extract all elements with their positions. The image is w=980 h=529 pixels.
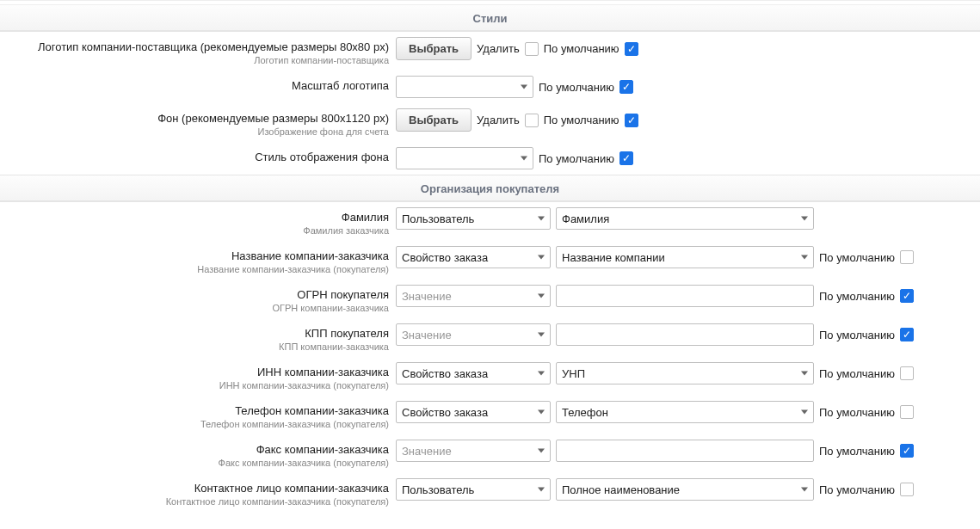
label-bg-style: Стиль отображения фона <box>0 151 389 163</box>
inn-value-select[interactable]: УНП <box>556 362 814 384</box>
fax-default-checkbox[interactable] <box>900 444 914 458</box>
company-default-checkbox[interactable] <box>900 250 914 264</box>
logo-file-checkbox[interactable] <box>525 42 539 56</box>
default-label: По умолчанию <box>819 445 895 458</box>
kpp-value-input[interactable] <box>556 323 814 346</box>
default-label: По умолчанию <box>819 251 895 264</box>
contact-default-checkbox[interactable] <box>900 483 914 496</box>
sublabel-lastname: Фамилия заказчика <box>0 225 389 236</box>
sublabel-kpp: КПП компании-заказчика <box>0 341 389 352</box>
default-label: По умолчанию <box>544 114 619 126</box>
row-ogrn: ОГРН покупателя ОГРН компании-заказчика … <box>0 280 980 318</box>
kpp-default-checkbox[interactable] <box>900 328 914 341</box>
row-logo-scale: Масштаб логотипа По умолчанию <box>0 71 980 103</box>
label-ogrn: ОГРН покупателя <box>0 288 389 301</box>
label-contact: Контактное лицо компании-заказчика <box>0 482 389 495</box>
default-label: По умолчанию <box>539 152 614 165</box>
default-label: По умолчанию <box>539 81 614 94</box>
bg-file-checkbox[interactable] <box>525 114 539 127</box>
lastname-source-select[interactable]: Пользователь <box>396 207 551 230</box>
label-company: Название компании-заказчика <box>0 249 389 262</box>
label-bg: Фон (рекомендуемые размеры 800x1120 px) <box>0 112 389 125</box>
phone-default-checkbox[interactable] <box>900 405 914 419</box>
sublabel-company: Название компании-заказчика (покупателя) <box>0 264 389 274</box>
label-lastname: Фамилия <box>0 211 389 224</box>
row-contact: Контактное лицо компании-заказчика Конта… <box>0 473 980 512</box>
label-inn: ИНН компании-заказчика <box>0 366 389 378</box>
sublabel-fax: Факс компании-заказчика (покупателя) <box>0 458 389 468</box>
default-label: По умолчанию <box>819 483 895 496</box>
logo-scale-default-checkbox[interactable] <box>619 80 633 94</box>
ogrn-value-input[interactable] <box>556 285 814 307</box>
section-title: Организация покупателя <box>421 182 559 195</box>
choose-bg-button[interactable]: Выбрать <box>396 108 472 132</box>
sublabel-phone: Телефон компании-заказчика (покупателя) <box>0 419 389 429</box>
default-label: По умолчанию <box>544 42 619 55</box>
label-kpp: КПП покупателя <box>0 327 389 340</box>
row-lastname: Фамилия Фамилия заказчика Пользователь Ф… <box>0 202 980 241</box>
ogrn-default-checkbox[interactable] <box>900 289 914 303</box>
row-bg-style: Стиль отображения фона По умолчанию <box>0 142 980 175</box>
sublabel-bg: Изображение фона для счета <box>0 126 389 137</box>
kpp-source-select[interactable]: Значение <box>396 323 551 346</box>
sublabel-logo: Логотип компании-поставщика <box>0 55 389 65</box>
row-inn: ИНН компании-заказчика ИНН компании-зака… <box>0 357 980 396</box>
label-logo: Логотип компании-поставщика (рекомендуем… <box>0 40 389 53</box>
lastname-value-select[interactable]: Фамилия <box>556 207 814 230</box>
delete-bg-link[interactable]: Удалить <box>477 114 520 126</box>
row-bg: Фон (рекомендуемые размеры 800x1120 px) … <box>0 103 980 142</box>
choose-logo-button[interactable]: Выбрать <box>396 37 472 60</box>
phone-value-select[interactable]: Телефон <box>556 401 814 423</box>
default-label: По умолчанию <box>819 406 895 419</box>
row-kpp: КПП покупателя КПП компании-заказчика Зн… <box>0 318 980 357</box>
logo-scale-select[interactable] <box>396 76 533 98</box>
row-phone: Телефон компании-заказчика Телефон компа… <box>0 396 980 434</box>
row-fax: Факс компании-заказчика Факс компании-за… <box>0 434 980 473</box>
label-fax: Факс компании-заказчика <box>0 443 389 456</box>
default-label: По умолчанию <box>819 290 895 303</box>
bg-default-checkbox[interactable] <box>625 114 638 127</box>
section-header-styles: Стили <box>0 4 980 32</box>
default-label: По умолчанию <box>819 367 895 380</box>
fax-source-select[interactable]: Значение <box>396 440 551 462</box>
contact-source-select[interactable]: Пользователь <box>396 478 551 501</box>
sublabel-contact: Контактное лицо компании-заказчика (поку… <box>0 496 389 507</box>
inn-source-select[interactable]: Свойство заказа <box>396 362 551 384</box>
inn-default-checkbox[interactable] <box>900 366 914 380</box>
label-logo-scale: Масштаб логотипа <box>0 79 389 92</box>
row-logo: Логотип компании-поставщика (рекомендуем… <box>0 32 980 71</box>
label-phone: Телефон компании-заказчика <box>0 404 389 417</box>
contact-value-select[interactable]: Полное наименование <box>556 478 814 501</box>
company-value-select[interactable]: Название компании <box>556 246 814 268</box>
sublabel-ogrn: ОГРН компании-заказчика <box>0 303 389 313</box>
logo-default-checkbox[interactable] <box>625 42 638 56</box>
sublabel-inn: ИНН компании-заказчика (покупателя) <box>0 380 389 391</box>
row-company: Название компании-заказчика Название ком… <box>0 241 980 280</box>
company-source-select[interactable]: Свойство заказа <box>396 246 551 268</box>
default-label: По умолчанию <box>819 329 895 341</box>
delete-logo-link[interactable]: Удалить <box>477 42 520 55</box>
phone-source-select[interactable]: Свойство заказа <box>396 401 551 423</box>
fax-value-input[interactable] <box>556 440 814 462</box>
bg-style-default-checkbox[interactable] <box>619 151 633 165</box>
ogrn-source-select[interactable]: Значение <box>396 285 551 307</box>
section-title: Стили <box>473 12 508 25</box>
bg-style-select[interactable] <box>396 147 533 169</box>
section-header-buyer: Организация покупателя <box>0 175 980 202</box>
